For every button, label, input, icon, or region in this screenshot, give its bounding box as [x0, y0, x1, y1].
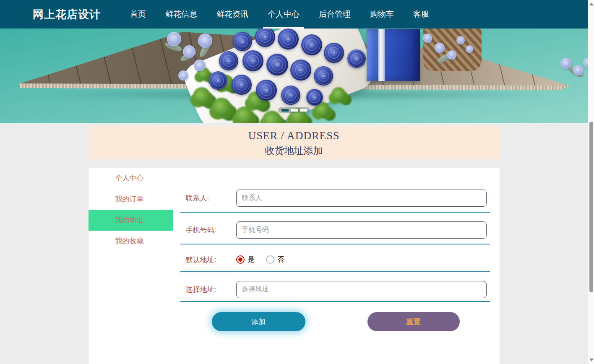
- sidebar-item-my-favorites[interactable]: 我的收藏: [89, 231, 173, 252]
- page-header: USER / ADDRESS 收货地址添加: [89, 126, 500, 159]
- blue-rose: [314, 66, 333, 86]
- blue-flower: [194, 60, 206, 71]
- foliage: [331, 87, 346, 101]
- blue-rose: [306, 89, 323, 106]
- carousel-dot-3[interactable]: [300, 109, 307, 112]
- blue-rose: [324, 43, 344, 63]
- nav-item-service[interactable]: 客服: [413, 0, 429, 29]
- radio-yes[interactable]: [236, 255, 245, 264]
- foliage: [193, 87, 211, 105]
- nav-item-personal-center[interactable]: 个人中心: [268, 0, 300, 29]
- breadcrumb: USER / ADDRESS: [89, 130, 500, 142]
- scrollbar-thumb[interactable]: [589, 122, 593, 292]
- blue-rose: [281, 86, 300, 105]
- nav-item-flower-news[interactable]: 鲜花资讯: [216, 0, 248, 29]
- site-title: 网上花店设计: [33, 7, 101, 22]
- nav-item-cart[interactable]: 购物车: [370, 0, 394, 29]
- scrollbar[interactable]: [588, 0, 594, 364]
- foliage: [212, 98, 231, 117]
- blue-rose: [233, 32, 252, 51]
- blue-flower: [573, 65, 583, 75]
- gift-box-decoration: [367, 29, 420, 81]
- hero-banner: [0, 29, 588, 123]
- blue-rose: [278, 29, 299, 49]
- blue-flower: [583, 58, 588, 67]
- nav-item-home[interactable]: 首页: [130, 0, 146, 29]
- carousel-indicators: [278, 107, 310, 113]
- blue-flower: [466, 45, 473, 53]
- contact-input[interactable]: [236, 190, 487, 207]
- blue-rose: [347, 49, 366, 68]
- sidebar-item-my-orders[interactable]: 我的订单: [89, 189, 173, 210]
- blue-rose: [232, 75, 252, 95]
- sidebar: 个人中心 我的订单 我的地址 我的收藏: [89, 168, 173, 364]
- phone-input[interactable]: [236, 221, 487, 239]
- blue-flower: [423, 34, 432, 43]
- nav-menu: 首页 鲜花信息 鲜花资讯 个人中心 后台管理 购物车 客服: [130, 0, 429, 29]
- add-button[interactable]: 添加: [212, 312, 305, 331]
- select-address-row: 选择地址:: [180, 272, 490, 302]
- blue-flower: [435, 43, 445, 53]
- carousel-dot-2[interactable]: [291, 109, 298, 112]
- radio-yes-label: 是: [248, 255, 255, 264]
- reset-button[interactable]: 重置: [367, 312, 460, 331]
- default-address-radio-group: 是 否: [236, 255, 296, 264]
- contact-row: 联系人:: [180, 168, 490, 213]
- blue-flower: [560, 58, 571, 69]
- select-address-input[interactable]: [236, 281, 487, 298]
- nav-item-admin[interactable]: 后台管理: [319, 0, 351, 29]
- carousel-dot-1[interactable]: [281, 109, 289, 112]
- page-title: 收货地址添加: [89, 145, 500, 157]
- content-card: 个人中心 我的订单 我的地址 我的收藏 联系人: 手机号码: 默认地址:: [89, 168, 500, 364]
- default-address-row: 默认地址: 是 否: [180, 244, 490, 272]
- blue-rose: [209, 71, 227, 90]
- blue-rose: [219, 51, 238, 70]
- blue-flower: [198, 34, 212, 48]
- radio-no[interactable]: [266, 255, 274, 264]
- sidebar-item-personal-center[interactable]: 个人中心: [89, 168, 173, 189]
- scroll-down-arrow[interactable]: [589, 359, 594, 361]
- blue-rose: [301, 34, 322, 55]
- browser-viewport: 网上花店设计 首页 鲜花信息 鲜花资讯 个人中心 后台管理 购物车 客服: [0, 0, 594, 364]
- select-address-label: 选择地址:: [186, 285, 236, 294]
- address-form: 联系人: 手机号码: 默认地址: 是 否 选: [180, 168, 490, 364]
- blue-rose: [266, 54, 288, 75]
- gift-ribbon: [378, 29, 385, 81]
- scroll-up-arrow[interactable]: [589, 3, 594, 5]
- radio-no-label: 否: [278, 255, 284, 264]
- phone-label: 手机号码:: [186, 225, 236, 235]
- blue-flower: [183, 45, 195, 58]
- page: 网上花店设计 首页 鲜花信息 鲜花资讯 个人中心 后台管理 购物车 客服: [0, 0, 588, 364]
- blue-flower: [178, 70, 188, 81]
- blue-flower: [447, 50, 456, 60]
- blue-rose: [290, 60, 311, 81]
- phone-row: 手机号码:: [180, 213, 490, 244]
- form-buttons: 添加 重置: [180, 312, 490, 331]
- sidebar-item-my-address[interactable]: 我的地址: [89, 210, 173, 231]
- blue-rose: [242, 50, 263, 71]
- default-address-label: 默认地址:: [186, 255, 236, 265]
- nav-item-flower-info[interactable]: 鲜花信息: [165, 0, 197, 29]
- contact-label: 联系人:: [186, 193, 236, 203]
- navbar: 网上花店设计 首页 鲜花信息 鲜花资讯 个人中心 后台管理 购物车 客服: [0, 0, 588, 29]
- blue-flower: [456, 36, 465, 44]
- foliage: [235, 107, 253, 123]
- blue-rose: [256, 80, 277, 101]
- blue-flower: [167, 32, 181, 46]
